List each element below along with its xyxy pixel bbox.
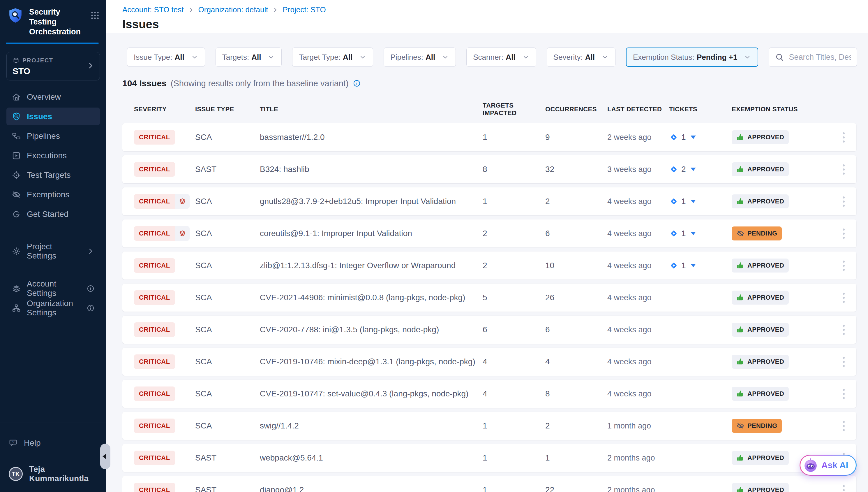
exemption-status-badge[interactable]: APPROVED: [732, 323, 789, 337]
exemption-status-badge[interactable]: APPROVED: [732, 162, 789, 176]
caret-down-icon[interactable]: [691, 232, 696, 235]
issues-table: CRITICALSCAbassmaster//1.2.0192 weeks ag…: [122, 123, 856, 492]
caret-down-icon[interactable]: [691, 136, 696, 139]
jira-ticket-icon[interactable]: [669, 261, 678, 270]
breadcrumb-link[interactable]: Organization: default: [199, 5, 268, 14]
filter-targets[interactable]: Targets:All: [215, 48, 282, 67]
exemption-status-badge[interactable]: APPROVED: [732, 291, 789, 304]
table-row[interactable]: CRITICALSCACVE-2020-7788: ini@1.3.5 (lan…: [122, 316, 856, 344]
filter-scanner[interactable]: Scanner:All: [466, 48, 536, 67]
info-icon[interactable]: [86, 304, 95, 312]
row-menu-kebab-icon[interactable]: [840, 163, 848, 176]
table-row[interactable]: CRITICALSCAcoreutils@9.1-1: Improper Inp…: [122, 220, 856, 247]
table-row[interactable]: CRITICALSCACVE-2021-44906: minimist@0.0.…: [122, 284, 856, 312]
jira-ticket-icon[interactable]: [669, 229, 678, 238]
table-row[interactable]: CRITICALSASTdjango@1.21222 months agoAPP…: [122, 476, 856, 492]
issues-icon: [12, 112, 21, 121]
row-menu-kebab-icon[interactable]: [840, 130, 848, 144]
table-row[interactable]: CRITICALSASTwebpack@5.64.1112 months ago…: [122, 444, 856, 472]
info-icon[interactable]: [86, 285, 95, 293]
user-name: Teja Kummarikuntla: [29, 465, 98, 483]
sidebar-item-test-targets[interactable]: Test Targets: [6, 166, 100, 184]
row-menu-kebab-icon[interactable]: [840, 323, 848, 337]
sidebar-item-account-settings[interactable]: Account Settings: [6, 279, 100, 297]
exemption-status-badge[interactable]: APPROVED: [732, 194, 789, 208]
row-menu-kebab-icon[interactable]: [840, 355, 848, 369]
row-menu-kebab-icon[interactable]: [840, 387, 848, 401]
severity-cell: CRITICAL: [134, 162, 195, 177]
project-selector[interactable]: PROJECT STO: [6, 52, 100, 80]
severity-label: CRITICAL: [134, 162, 175, 177]
executions-icon: [12, 151, 21, 160]
row-menu-kebab-icon[interactable]: [840, 291, 848, 304]
table-row[interactable]: CRITICALSCAzlib@1:1.2.13.dfsg-1: Integer…: [122, 251, 856, 279]
caret-down-icon[interactable]: [691, 264, 696, 267]
occurrences: 26: [545, 293, 607, 302]
user-menu[interactable]: TK Teja Kummarikuntla: [6, 465, 100, 483]
table-row[interactable]: CRITICALSASTB324: hashlib8323 weeks ago2…: [122, 155, 856, 183]
filter-value: All: [585, 53, 595, 62]
breadcrumb-link[interactable]: Project: STO: [283, 5, 326, 14]
row-menu-kebab-icon[interactable]: [840, 195, 848, 208]
filter-value: Pending +1: [697, 53, 737, 62]
app-switcher-grid-icon[interactable]: [90, 10, 100, 22]
sidebar-item-organization-settings[interactable]: Organization Settings: [6, 299, 100, 317]
target-icon: [12, 171, 21, 180]
table-row[interactable]: CRITICALSCACVE-2019-10747: set-value@0.4…: [122, 380, 856, 408]
ask-ai-label: Ask AI: [821, 460, 848, 470]
table-row[interactable]: CRITICALSCAbassmaster//1.2.0192 weeks ag…: [122, 123, 856, 151]
filter-issue-type[interactable]: Issue Type:All: [127, 48, 205, 67]
row-menu-cell: [840, 291, 848, 304]
exemption-status-badge[interactable]: APPROVED: [732, 259, 789, 272]
breadcrumb-link[interactable]: Account: STO test: [122, 5, 184, 14]
row-menu-kebab-icon[interactable]: [840, 259, 848, 272]
exemption-status-badge[interactable]: APPROVED: [732, 387, 789, 401]
row-menu-kebab-icon[interactable]: [840, 419, 848, 433]
table-row[interactable]: CRITICALSCACVE-2019-10746: mixin-deep@1.…: [122, 348, 856, 376]
sidebar-item-issues[interactable]: Issues: [6, 107, 100, 125]
layers-gear-icon: [12, 284, 21, 293]
exemption-status-cell: APPROVED: [732, 291, 834, 304]
table-row[interactable]: CRITICALSCAswig//1.4.2121 month agoPENDI…: [122, 412, 856, 440]
info-icon[interactable]: [353, 79, 361, 88]
filter-label: Severity:: [553, 53, 583, 62]
sidebar-item-overview[interactable]: Overview: [6, 88, 100, 106]
sidebar-item-help[interactable]: ? Help: [6, 434, 100, 452]
sidebar-item-exemptions[interactable]: Exemptions: [6, 186, 100, 203]
table-row[interactable]: CRITICALSCAgnutls28@3.7.9-2+deb12u5: Imp…: [122, 188, 856, 215]
exemption-status-badge[interactable]: APPROVED: [732, 130, 789, 144]
jira-ticket-icon[interactable]: [669, 165, 678, 174]
exemption-status-label: APPROVED: [747, 294, 784, 301]
targets-impacted: 1: [483, 197, 545, 206]
ask-ai-button[interactable]: Ask AI: [799, 455, 857, 476]
exemption-status-badge[interactable]: APPROVED: [732, 451, 789, 465]
tickets-cell: 1: [669, 229, 732, 238]
sidebar-header: Security Testing Orchestration: [0, 0, 106, 42]
jira-ticket-icon[interactable]: [669, 197, 678, 206]
caret-down-icon[interactable]: [691, 168, 696, 171]
exemption-status-badge[interactable]: APPROVED: [732, 483, 789, 492]
filter-severity[interactable]: Severity:All: [547, 48, 615, 67]
targets-impacted: 1: [483, 421, 545, 430]
exemption-status-badge[interactable]: PENDING: [732, 419, 782, 433]
filter-pipelines[interactable]: Pipelines:All: [384, 48, 456, 67]
sidebar-collapse-handle[interactable]: [100, 444, 110, 469]
sidebar-item-project-settings[interactable]: Project Settings: [6, 242, 100, 260]
occurrences: 4: [545, 357, 607, 366]
filter-exemption-status[interactable]: Exemption Status:Pending +1: [626, 48, 758, 67]
column-header-4: OCCURRENCES: [545, 105, 607, 113]
sidebar-item-get-started[interactable]: Get Started: [6, 205, 100, 223]
sidebar-item-label: Test Targets: [27, 171, 71, 180]
caret-down-icon[interactable]: [691, 200, 696, 203]
last-detected: 4 weeks ago: [607, 357, 669, 366]
jira-ticket-icon[interactable]: [669, 132, 678, 142]
exemption-status-badge[interactable]: APPROVED: [732, 355, 789, 369]
exemption-status-badge[interactable]: PENDING: [732, 226, 782, 241]
issue-title: zlib@1:1.2.13.dfsg-1: Integer Overflow o…: [260, 261, 483, 270]
sidebar-item-executions[interactable]: Executions: [6, 147, 100, 164]
row-menu-kebab-icon[interactable]: [840, 227, 848, 241]
filter-target-type[interactable]: Target Type:All: [292, 48, 373, 67]
row-menu-kebab-icon[interactable]: [840, 483, 848, 492]
sidebar-item-pipelines[interactable]: Pipelines: [6, 127, 100, 145]
search-input[interactable]: [789, 53, 851, 62]
